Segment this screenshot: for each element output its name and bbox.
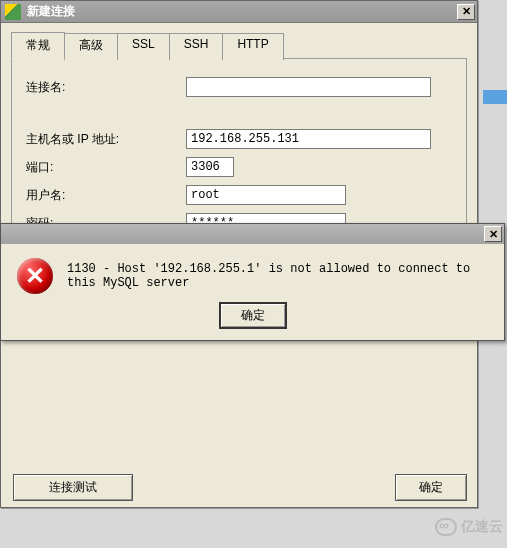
- footer-buttons: 连接测试 确定: [1, 474, 479, 501]
- conn-name-input[interactable]: [186, 77, 431, 97]
- error-ok-button[interactable]: 确定: [219, 302, 287, 329]
- test-connection-button[interactable]: 连接测试: [13, 474, 133, 501]
- tab-general[interactable]: 常规: [11, 32, 65, 59]
- user-label: 用户名:: [26, 187, 186, 204]
- error-body: ✕ 1130 - Host '192.168.255.1' is not all…: [1, 244, 504, 302]
- watermark-text: 亿速云: [461, 518, 503, 536]
- ok-button[interactable]: 确定: [395, 474, 467, 501]
- tab-bar: 常规 高级 SSL SSH HTTP: [11, 31, 467, 59]
- titlebar: 新建连接 ✕: [1, 1, 477, 23]
- host-input[interactable]: [186, 129, 431, 149]
- close-icon[interactable]: ✕: [457, 4, 475, 20]
- tab-advanced[interactable]: 高级: [64, 33, 118, 60]
- tab-http[interactable]: HTTP: [222, 33, 283, 60]
- port-label: 端口:: [26, 159, 186, 176]
- host-label: 主机名或 IP 地址:: [26, 131, 186, 148]
- error-close-icon[interactable]: ✕: [484, 226, 502, 242]
- cloud-icon: [435, 518, 457, 536]
- window-title: 新建连接: [27, 3, 457, 20]
- error-dialog: ✕ ✕ 1130 - Host '192.168.255.1' is not a…: [0, 223, 505, 341]
- conn-name-label: 连接名:: [26, 79, 186, 96]
- tab-ssl[interactable]: SSL: [117, 33, 170, 60]
- app-icon: [5, 4, 21, 20]
- background-edge: [483, 90, 507, 104]
- error-message: 1130 - Host '192.168.255.1' is not allow…: [67, 262, 488, 290]
- error-icon: ✕: [17, 258, 53, 294]
- port-input[interactable]: [186, 157, 234, 177]
- error-titlebar: ✕: [1, 224, 504, 244]
- user-input[interactable]: [186, 185, 346, 205]
- watermark: 亿速云: [435, 518, 503, 536]
- tab-ssh[interactable]: SSH: [169, 33, 224, 60]
- error-actions: 确定: [1, 302, 504, 339]
